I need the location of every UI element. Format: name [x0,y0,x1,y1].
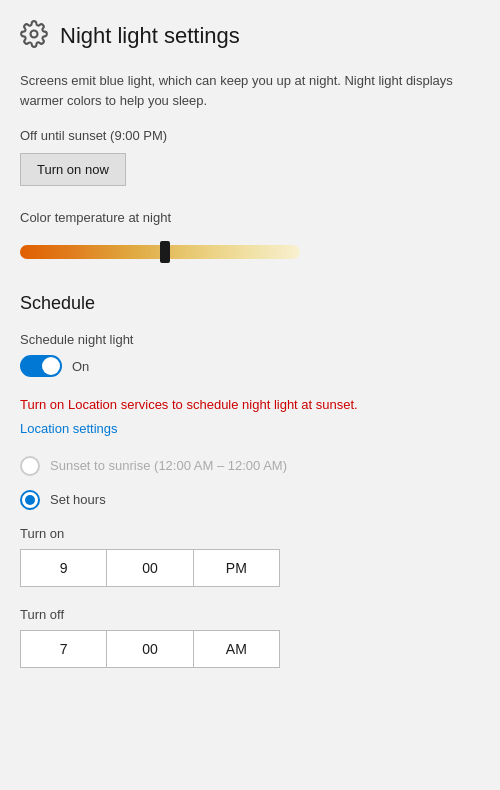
color-temperature-slider-container[interactable] [20,235,480,263]
schedule-radio-group: Sunset to sunrise (12:00 AM – 12:00 AM) … [20,456,480,510]
color-slider-thumb[interactable] [160,241,170,263]
turn-on-inputs[interactable]: 9 00 PM [20,549,280,587]
location-settings-link[interactable]: Location settings [20,421,480,436]
radio-set-hours-label: Set hours [50,492,106,507]
description-text: Screens emit blue light, which can keep … [20,71,480,110]
turn-on-hour[interactable]: 9 [21,550,107,586]
turn-off-inputs[interactable]: 7 00 AM [20,630,280,668]
toggle-label: On [72,359,89,374]
schedule-night-light-toggle[interactable] [20,355,62,377]
turn-off-hour[interactable]: 7 [21,631,107,667]
location-warning-text: Turn on Location services to schedule ni… [20,395,480,415]
turn-off-period[interactable]: AM [194,631,279,667]
svg-point-0 [31,31,38,38]
gear-icon [20,20,48,51]
color-temperature-label: Color temperature at night [20,210,480,225]
radio-row-sunset[interactable]: Sunset to sunrise (12:00 AM – 12:00 AM) [20,456,480,476]
schedule-toggle-row: On [20,355,480,377]
schedule-night-label: Schedule night light [20,332,480,347]
radio-sunset-label: Sunset to sunrise (12:00 AM – 12:00 AM) [50,458,287,473]
turn-on-minute[interactable]: 00 [107,550,193,586]
radio-set-hours[interactable] [20,490,40,510]
radio-sunset[interactable] [20,456,40,476]
turn-on-now-button[interactable]: Turn on now [20,153,126,186]
toggle-knob [42,357,60,375]
turn-off-minute[interactable]: 00 [107,631,193,667]
color-slider-track[interactable] [20,245,300,259]
turn-on-period[interactable]: PM [194,550,279,586]
page-title: Night light settings [60,23,240,49]
page-header: Night light settings [20,20,480,51]
turn-on-section: Turn on 9 00 PM [20,526,480,587]
status-text: Off until sunset (9:00 PM) [20,128,480,143]
radio-row-set-hours[interactable]: Set hours [20,490,480,510]
turn-on-label: Turn on [20,526,480,541]
turn-off-section: Turn off 7 00 AM [20,607,480,668]
schedule-heading: Schedule [20,293,480,314]
radio-set-hours-inner [25,495,35,505]
turn-off-label: Turn off [20,607,480,622]
